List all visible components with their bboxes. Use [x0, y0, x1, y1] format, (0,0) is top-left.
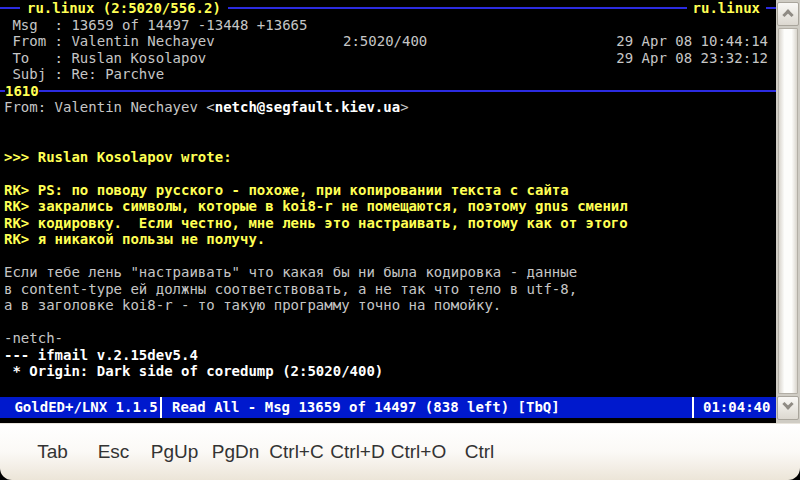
key-ctrl-c[interactable]: Ctrl+C	[266, 441, 327, 463]
reader-mode-status: Read All - Msg 13659 of 14497 (838 left)…	[162, 397, 692, 418]
message-number-label: 1610	[5, 83, 39, 100]
signature-line: -netch-	[0, 330, 776, 347]
quote-line: RK> я никакой пользы не получу.	[0, 231, 776, 248]
frame-line	[766, 7, 776, 9]
from-datetime: 29 Apr 08 10:44:14	[616, 33, 768, 50]
kludge-suffix: >	[400, 99, 408, 115]
scroll-down-button[interactable]	[777, 396, 799, 420]
reply-line: в content-type ей должны соответствовать…	[0, 281, 776, 298]
frame-line	[228, 7, 687, 9]
scrollbar[interactable]	[776, 0, 800, 423]
origin-line: * Origin: Dark side of coredump (2:5020/…	[0, 363, 776, 380]
key-ctrl-o[interactable]: Ctrl+O	[388, 441, 449, 463]
header-to-line: To : Ruslan Kosolapov29 Apr 08 23:32:12	[0, 50, 776, 67]
clock: 01:04:40	[694, 397, 776, 418]
quote-line: RK> PS: по поводу русского - похоже, при…	[0, 182, 776, 199]
frame-line	[39, 90, 776, 92]
header-msg-line: Msg : 13659 of 14497 -13448 +13665	[0, 17, 776, 34]
blank-line	[0, 116, 776, 133]
key-ctrl-d[interactable]: Ctrl+D	[327, 441, 388, 463]
area-title-right: ru.linux	[693, 0, 760, 17]
quote-line: RK> закрались символы, которые в koi8-r …	[0, 198, 776, 215]
key-pgdn[interactable]: PgDn	[205, 441, 266, 463]
header-subject-line: Subj : Re: Parchve	[0, 66, 776, 83]
email-address: netch@segfault.kiev.ua	[215, 99, 400, 115]
chevron-up-icon	[782, 9, 793, 20]
quote-intro-line: >>> Ruslan Kosolapov wrote:	[0, 149, 776, 166]
quote-line: RK> кодировку. Если честно, мне лень это…	[0, 215, 776, 232]
scrollbar-thumb[interactable]	[778, 28, 798, 394]
key-pgup[interactable]: PgUp	[144, 441, 205, 463]
key-tab[interactable]: Tab	[22, 441, 83, 463]
terminal-window[interactable]: ru.linux (2:5020/556.2) ru.linux Msg : 1…	[0, 0, 776, 423]
reply-line: Если тебе лень "настраивать" что какая б…	[0, 264, 776, 281]
from-name: From : Valentin Nechayev	[4, 33, 215, 49]
key-ctrl[interactable]: Ctrl	[449, 441, 510, 463]
header-from-line: From : Valentin Nechayev2:5020/40029 Apr…	[0, 33, 776, 50]
reply-line: а в заголовке koi8-r - то такую программ…	[0, 297, 776, 314]
message-separator: 1610	[0, 83, 776, 100]
blank-line	[0, 248, 776, 265]
key-toolbar: Tab Esc PgUp PgDn Ctrl+C Ctrl+D Ctrl+O C…	[0, 423, 800, 480]
from-fido-address: 2:5020/400	[343, 33, 427, 50]
frame-line	[0, 7, 20, 9]
chevron-down-icon	[782, 398, 793, 409]
scroll-up-button[interactable]	[777, 2, 799, 26]
tearline: --- ifmail v.2.15dev5.4	[0, 347, 776, 364]
blank-line	[0, 132, 776, 149]
app-version-label: GoldED+/LNX 1.1.5	[0, 397, 160, 418]
key-esc[interactable]: Esc	[83, 441, 144, 463]
blank-line	[0, 314, 776, 331]
area-title: ru.linux (2:5020/556.2)	[27, 0, 221, 17]
kludge-from-line: From: Valentin Nechayev <netch@segfault.…	[0, 99, 776, 116]
window-title-bar: ru.linux (2:5020/556.2) ru.linux	[0, 0, 776, 17]
to-name: To : Ruslan Kosolapov	[4, 50, 206, 66]
kludge-prefix: From: Valentin Nechayev <	[4, 99, 215, 115]
status-bar: GoldED+/LNX 1.1.5 Read All - Msg 13659 o…	[0, 397, 776, 418]
blank-line	[0, 165, 776, 182]
to-datetime: 29 Apr 08 23:32:12	[616, 50, 768, 67]
